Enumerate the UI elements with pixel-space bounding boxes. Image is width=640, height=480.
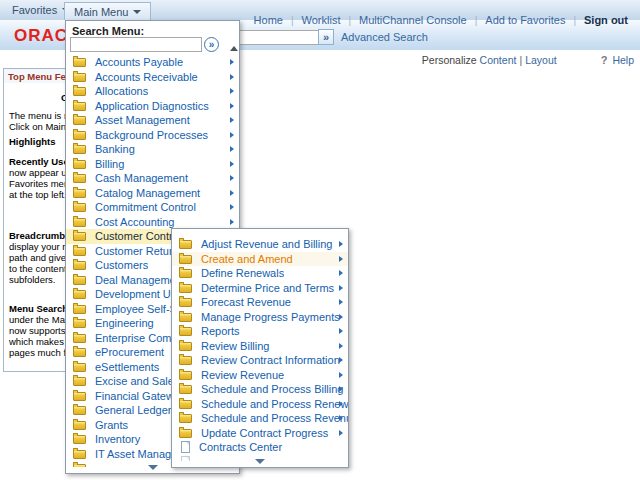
submenu-item-review-contract-information[interactable]: Review Contract Information: [172, 353, 348, 368]
folder-icon: [179, 255, 192, 264]
submenu-arrow-icon: [230, 88, 234, 94]
nav-multichannel-console-link[interactable]: MultiChannel Console: [359, 14, 467, 26]
menu-item-cash-management[interactable]: Cash Management: [66, 171, 239, 186]
menu-item-billing[interactable]: Billing: [66, 157, 239, 172]
folder-icon: [73, 319, 86, 328]
folder-icon: [73, 73, 86, 82]
personalize-content-link[interactable]: Content: [480, 54, 517, 66]
submenu-item-determine-price-and-terms[interactable]: Determine Price and Terms: [172, 281, 348, 296]
submenu-arrow-icon: [230, 59, 234, 65]
nav-separator: |: [475, 15, 478, 26]
folder-icon: [73, 218, 86, 227]
menu-item-asset-management[interactable]: Asset Management: [66, 113, 239, 128]
submenu-item-contracts-center[interactable]: Contracts Center: [172, 440, 348, 455]
nav-separator: |: [348, 15, 351, 26]
folder-icon: [73, 392, 86, 401]
submenu-arrow-icon: [339, 386, 343, 392]
submenu-arrow-icon: [230, 161, 234, 167]
folder-icon: [179, 269, 192, 278]
submenu-arrow-icon: [230, 219, 234, 225]
submenu-item-schedule-and-process-renewals[interactable]: Schedule and Process Renewals: [172, 397, 348, 412]
menu-item-catalog-management[interactable]: Catalog Management: [66, 186, 239, 201]
folder-icon: [73, 464, 86, 467]
menu-item-banking[interactable]: Banking: [66, 142, 239, 157]
chevron-down-icon: [133, 10, 141, 14]
scroll-up-icon[interactable]: [230, 46, 238, 51]
menu-search-input[interactable]: [70, 37, 202, 52]
submenu-item-schedule-and-process-revenue[interactable]: Schedule and Process Revenue: [172, 411, 348, 426]
personalize-layout-link[interactable]: Layout: [525, 54, 557, 66]
banner-search-go-button[interactable]: »: [318, 29, 334, 45]
menu-search-go-button[interactable]: »: [204, 37, 219, 52]
advanced-search-link[interactable]: Advanced Search: [341, 31, 428, 43]
folder-icon: [73, 160, 86, 169]
folder-icon: [179, 429, 192, 438]
folder-icon: [73, 58, 86, 67]
nav-worklist-link[interactable]: Worklist: [302, 14, 341, 26]
menu-item-allocations[interactable]: Allocations: [66, 84, 239, 99]
menu-item-commitment-control[interactable]: Commitment Control: [66, 200, 239, 215]
submenu-item-reports[interactable]: Reports: [172, 324, 348, 339]
menu-item-background-processes[interactable]: Background Processes: [66, 128, 239, 143]
nav-add-to-favorites-link[interactable]: Add to Favorites: [485, 14, 565, 26]
submenu-arrow-icon: [339, 285, 343, 291]
folder-icon: [73, 406, 86, 415]
submenu-item-review-revenue[interactable]: Review Revenue: [172, 368, 348, 383]
submenu-arrow-icon: [339, 256, 343, 262]
submenu-arrow-icon: [230, 117, 234, 123]
nav-separator: |: [573, 15, 576, 26]
folder-icon: [179, 313, 192, 322]
submenu-item-review-billing[interactable]: Review Billing: [172, 339, 348, 354]
folder-icon: [73, 290, 86, 299]
submenu-arrow-icon: [230, 103, 234, 109]
folder-icon: [179, 327, 192, 336]
folder-icon: [73, 116, 86, 125]
submenu-arrow-icon: [230, 204, 234, 210]
folder-icon: [73, 305, 86, 314]
folder-icon: [73, 145, 86, 154]
main-menu-label: Main Menu: [74, 6, 128, 18]
folder-icon: [73, 363, 86, 372]
submenu-item-define-renewals[interactable]: Define Renewals: [172, 266, 348, 281]
nav-home-link[interactable]: Home: [254, 14, 283, 26]
submenu-arrow-icon: [230, 190, 234, 196]
folder-icon: [73, 421, 86, 430]
menu-item-accounts-receivable[interactable]: Accounts Receivable: [66, 70, 239, 85]
help-link[interactable]: Help: [612, 54, 634, 66]
menu-item-accounts-payable[interactable]: Accounts Payable: [66, 55, 239, 70]
document-icon: [181, 456, 190, 461]
submenu-item-update-contract-progress[interactable]: Update Contract Progress: [172, 426, 348, 441]
folder-icon: [73, 203, 86, 212]
folder-icon: [179, 414, 192, 423]
submenu-arrow-icon: [339, 401, 343, 407]
submenu-arrow-icon: [339, 299, 343, 305]
personalize-separator: |: [519, 54, 522, 66]
folder-icon: [179, 284, 192, 293]
submenu-item-forecast-revenue[interactable]: Forecast Revenue: [172, 295, 348, 310]
submenu-item-adjust-revenue-and-billing[interactable]: Adjust Revenue and Billing: [172, 237, 348, 252]
document-icon: [181, 441, 190, 453]
submenu-arrow-icon: [230, 146, 234, 152]
submenu-arrow-icon: [339, 314, 343, 320]
menu-item-application-diagnostics[interactable]: Application Diagnostics: [66, 99, 239, 114]
submenu-item-schedule-and-process-billing[interactable]: Schedule and Process Billing: [172, 382, 348, 397]
folder-icon: [179, 371, 192, 380]
folder-icon: [179, 400, 192, 409]
submenu-item-create-and-amend[interactable]: Create and Amend: [172, 252, 348, 267]
folder-icon: [73, 450, 86, 459]
main-menu-tab[interactable]: Main Menu: [64, 2, 151, 20]
scroll-down-icon[interactable]: [255, 459, 265, 464]
folder-icon: [73, 232, 86, 241]
folder-icon: [73, 189, 86, 198]
folder-icon: [73, 247, 86, 256]
personalize-row: Personalize Content | Layout ? Help: [422, 54, 634, 66]
double-chevron-icon: »: [209, 39, 215, 50]
nav-sign-out-link[interactable]: Sign out: [584, 14, 628, 26]
folder-icon: [73, 87, 86, 96]
submenu-arrow-icon: [339, 372, 343, 378]
menu-item-cost-accounting[interactable]: Cost Accounting: [66, 215, 239, 230]
folder-icon: [179, 298, 192, 307]
submenu-item-manage-progress-payments[interactable]: Manage Progress Payments: [172, 310, 348, 325]
scroll-down-icon[interactable]: [148, 465, 158, 470]
submenu-arrow-icon: [339, 270, 343, 276]
